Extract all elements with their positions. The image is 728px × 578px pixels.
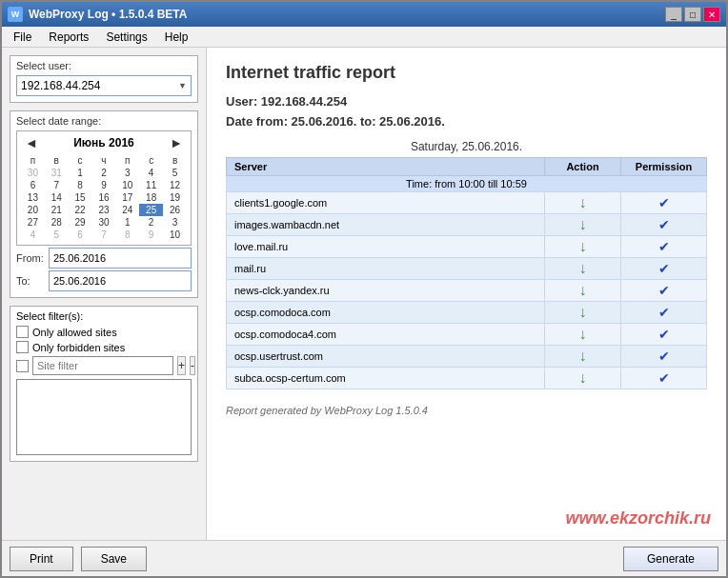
- report-table: Server Action Permission Time: from 10:0…: [226, 157, 707, 389]
- action-cell: ↓: [545, 258, 621, 280]
- cal-day[interactable]: 31: [45, 167, 69, 179]
- site-filter-input[interactable]: [32, 356, 173, 375]
- server-cell: ocsp.comodoca.com: [227, 302, 545, 324]
- cal-prev[interactable]: ◄: [21, 135, 42, 150]
- action-cell: ↓: [545, 236, 621, 258]
- from-date-input[interactable]: [49, 248, 192, 269]
- report-title: Internet traffic report: [226, 63, 707, 83]
- site-filter-row: + -: [16, 356, 192, 375]
- title-controls: _ □ ✕: [665, 7, 720, 22]
- table-row: images.wambacdn.net↓✔: [227, 214, 707, 236]
- report-footer: Report generated by WebProxy Log 1.5.0.4: [226, 405, 707, 416]
- menu-reports[interactable]: Reports: [41, 29, 96, 46]
- filter-list: [16, 379, 192, 455]
- cal-day[interactable]: 10: [163, 229, 187, 241]
- save-button[interactable]: Save: [81, 547, 147, 571]
- cal-day[interactable]: 14: [45, 191, 69, 204]
- cal-day[interactable]: 6: [21, 179, 45, 191]
- cal-day[interactable]: 27: [21, 216, 45, 229]
- user-select-arrow: ▼: [178, 81, 187, 90]
- close-button[interactable]: ✕: [703, 7, 720, 22]
- cal-day[interactable]: 26: [163, 204, 187, 216]
- cal-day[interactable]: 10: [115, 179, 139, 191]
- to-date-input[interactable]: [49, 270, 192, 291]
- cal-day[interactable]: 7: [45, 179, 69, 191]
- to-label: To:: [16, 275, 43, 287]
- table-row: clients1.google.com↓✔: [227, 192, 707, 214]
- cal-day[interactable]: 28: [45, 216, 69, 229]
- user-selected-value: 192.168.44.254: [21, 79, 100, 92]
- cal-day-header-2: в: [45, 154, 69, 167]
- cal-day[interactable]: 7: [92, 229, 116, 241]
- cal-day[interactable]: 5: [45, 229, 69, 241]
- cal-day[interactable]: 29: [69, 216, 92, 229]
- cal-day[interactable]: 4: [21, 229, 45, 241]
- menu-file[interactable]: File: [6, 29, 39, 46]
- cal-day[interactable]: 9: [92, 179, 116, 191]
- cal-day[interactable]: 6: [69, 229, 92, 241]
- cal-day[interactable]: 1: [115, 216, 139, 229]
- cal-next[interactable]: ►: [166, 135, 187, 150]
- cal-grid: п в с ч п с в 30311234567891011121314151…: [21, 154, 187, 241]
- minimize-button[interactable]: _: [665, 7, 682, 22]
- cal-day[interactable]: 17: [115, 191, 139, 204]
- permission-cell: ✔: [621, 368, 707, 389]
- user-select[interactable]: 192.168.44.254 ▼: [16, 75, 192, 96]
- add-filter-button[interactable]: +: [177, 356, 186, 375]
- cal-day-header-1: п: [21, 154, 45, 167]
- cal-day[interactable]: 18: [139, 191, 163, 204]
- cal-day[interactable]: 23: [92, 204, 116, 216]
- server-cell: love.mail.ru: [227, 236, 545, 258]
- cal-day[interactable]: 15: [69, 191, 92, 204]
- cal-day[interactable]: 3: [115, 167, 139, 179]
- cal-day[interactable]: 1: [69, 167, 92, 179]
- server-cell: mail.ru: [227, 258, 545, 280]
- print-button[interactable]: Print: [10, 547, 73, 571]
- cal-day[interactable]: 22: [69, 204, 92, 216]
- cal-day[interactable]: 2: [139, 216, 163, 229]
- forbidden-sites-checkbox[interactable]: [16, 341, 29, 353]
- cal-day[interactable]: 11: [139, 179, 163, 191]
- permission-cell: ✔: [621, 214, 707, 236]
- site-filter-checkbox[interactable]: [16, 360, 29, 372]
- allowed-sites-checkbox[interactable]: [16, 326, 29, 338]
- remove-filter-button[interactable]: -: [190, 356, 195, 375]
- cal-day[interactable]: 12: [163, 179, 187, 191]
- report-date: Date from: 25.06.2016. to: 25.06.2016.: [226, 114, 707, 129]
- server-cell: ocsp.usertrust.com: [227, 346, 545, 368]
- cal-day[interactable]: 8: [115, 229, 139, 241]
- permission-cell: ✔: [621, 302, 707, 324]
- right-panel: Internet traffic report User: 192.168.44…: [207, 48, 726, 540]
- menu-bar: File Reports Settings Help: [2, 27, 726, 48]
- cal-day[interactable]: 24: [115, 204, 139, 216]
- maximize-button[interactable]: □: [684, 7, 701, 22]
- action-cell: ↓: [545, 192, 621, 214]
- cal-day[interactable]: 3: [163, 216, 187, 229]
- cal-day[interactable]: 19: [163, 191, 187, 204]
- forbidden-sites-label: Only forbidden sites: [32, 342, 125, 353]
- server-cell: images.wambacdn.net: [227, 214, 545, 236]
- cal-day[interactable]: 9: [139, 229, 163, 241]
- window-title: WebProxy Log • 1.5.0.4 BETA: [29, 8, 187, 21]
- cal-day[interactable]: 25: [139, 204, 163, 216]
- cal-day[interactable]: 20: [21, 204, 45, 216]
- cal-day[interactable]: 2: [92, 167, 116, 179]
- cal-day[interactable]: 5: [163, 167, 187, 179]
- cal-day[interactable]: 4: [139, 167, 163, 179]
- app-icon: W: [8, 7, 23, 22]
- cal-day[interactable]: 30: [92, 216, 116, 229]
- cal-day[interactable]: 30: [21, 167, 45, 179]
- cal-day[interactable]: 21: [45, 204, 69, 216]
- menu-settings[interactable]: Settings: [98, 29, 154, 46]
- action-cell: ↓: [545, 302, 621, 324]
- permission-cell: ✔: [621, 280, 707, 302]
- cal-day[interactable]: 8: [69, 179, 92, 191]
- generate-button[interactable]: Generate: [623, 547, 718, 571]
- server-cell: news-clck.yandex.ru: [227, 280, 545, 302]
- calendar: ◄ Июнь 2016 ► п в с ч п с: [16, 130, 192, 246]
- cal-day[interactable]: 16: [92, 191, 116, 204]
- cal-day[interactable]: 13: [21, 191, 45, 204]
- menu-help[interactable]: Help: [157, 29, 196, 46]
- cal-day-header-4: ч: [92, 154, 116, 167]
- day-header: Saturday, 25.06.2016.: [226, 140, 707, 153]
